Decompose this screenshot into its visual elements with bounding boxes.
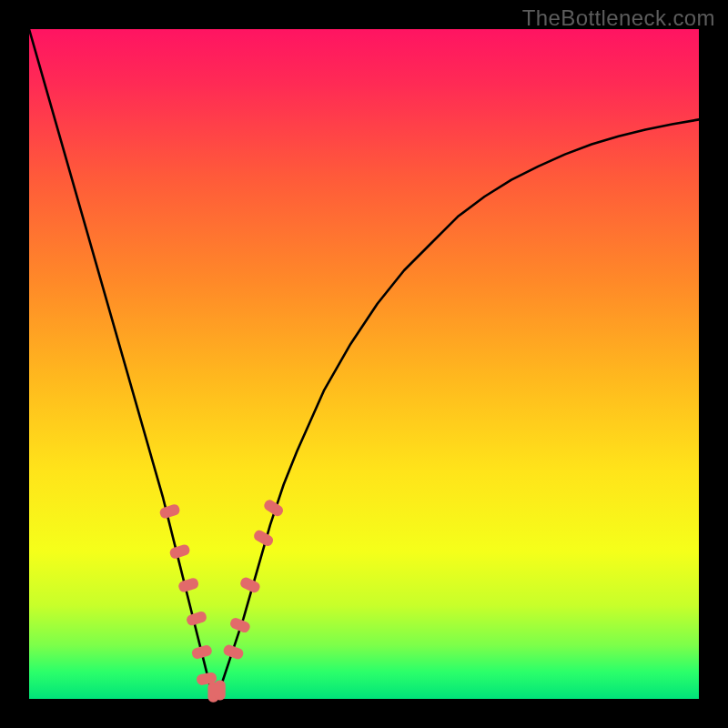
plot-area xyxy=(29,29,699,699)
curve-marker xyxy=(186,611,208,627)
curve-marker xyxy=(177,577,200,593)
curve-marker xyxy=(168,543,191,560)
curve-layer xyxy=(29,29,699,699)
bottleneck-curve xyxy=(29,29,699,699)
curve-marker xyxy=(215,680,226,700)
curve-marker xyxy=(158,503,181,520)
curve-marker xyxy=(191,644,213,661)
chart-frame: TheBottleneck.com xyxy=(0,0,728,728)
watermark-text: TheBottleneck.com xyxy=(522,5,715,31)
curve-markers xyxy=(158,498,285,702)
